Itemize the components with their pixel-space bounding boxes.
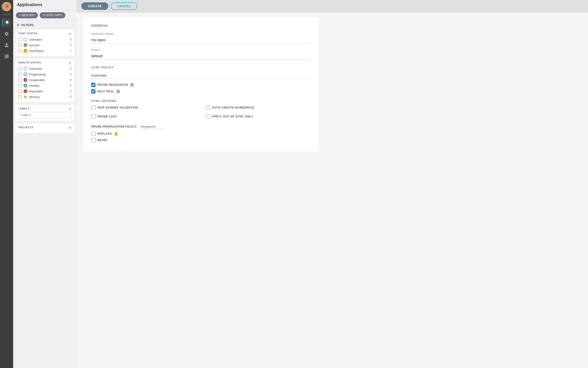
top-actions: + NEW APP ⟳ SYNC APPS bbox=[13, 10, 77, 21]
sync-synced-count: 5 bbox=[70, 44, 72, 47]
collapse-icon: ▲ bbox=[69, 32, 72, 35]
prune-last-label[interactable]: PRUNE LAST bbox=[97, 115, 117, 118]
apply-out-of-sync-row: APPLY OUT OF SYNC ONLY bbox=[206, 114, 311, 119]
sync-outofsync-checkbox[interactable] bbox=[18, 49, 22, 52]
health-missing-row: 👻 Missing 0 bbox=[18, 94, 72, 100]
sync-status-section: SYNC STATUS ▲ ○ Unknown 0 ✓ Synced 5 ↑ O… bbox=[16, 30, 74, 56]
projects-collapse-icon: ▲ bbox=[69, 126, 72, 129]
self-heal-checkbox[interactable] bbox=[91, 89, 95, 93]
retry-checkbox[interactable] bbox=[91, 138, 95, 142]
health-unknown-icon: ? bbox=[24, 67, 27, 71]
health-degraded-checkbox[interactable] bbox=[18, 90, 22, 93]
health-degraded-count: 0 bbox=[70, 90, 72, 93]
health-missing-icon: 👻 bbox=[24, 95, 27, 99]
health-suspended-label: Suspended bbox=[29, 78, 45, 82]
layers-icon bbox=[5, 20, 9, 25]
health-healthy-count: 6 bbox=[70, 84, 72, 87]
replace-label[interactable]: REPLACE bbox=[97, 132, 112, 135]
prune-propagation-label: PRUNE PROPAGATION POLICY: bbox=[91, 125, 137, 128]
skip-schema-checkbox[interactable] bbox=[91, 106, 95, 110]
general-section-title: GENERAL bbox=[91, 24, 311, 28]
health-suspended-count: 0 bbox=[70, 78, 72, 82]
health-healthy-icon: ♥ bbox=[24, 84, 27, 87]
sync-synced-checkbox[interactable] bbox=[18, 44, 22, 47]
sync-unknown-row: ○ Unknown 0 bbox=[18, 37, 72, 42]
sync-apps-button[interactable]: ⟳ SYNC APPS bbox=[40, 12, 65, 18]
prune-last-row: PRUNE LAST bbox=[91, 114, 196, 119]
sync-synced-row: ✓ Synced 5 bbox=[18, 42, 72, 48]
sync-outofsync-count: 1 bbox=[70, 49, 72, 52]
project-field: Project default bbox=[91, 48, 311, 60]
sync-outofsync-icon: ↑ bbox=[24, 49, 27, 53]
page-title: Applications bbox=[13, 0, 77, 10]
app-name-value[interactable]: my-apps bbox=[91, 37, 311, 44]
prune-resources-checkbox[interactable] bbox=[91, 83, 95, 87]
skip-schema-label[interactable]: SKIP SCHEMA VALIDATION bbox=[97, 106, 138, 109]
form-card: GENERAL Application Name my-apps Project… bbox=[84, 17, 319, 151]
skip-schema-row: SKIP SCHEMA VALIDATION bbox=[91, 106, 196, 110]
self-heal-label[interactable]: SELF HEAL bbox=[97, 90, 114, 93]
health-status-section: HEALTH STATUS ▲ ? Unknown 0 ◎ Progressin… bbox=[16, 59, 74, 102]
health-progressing-icon: ◎ bbox=[24, 72, 27, 76]
projects-section: PROJECTS ▲ bbox=[16, 124, 74, 133]
projects-title[interactable]: PROJECTS ▲ bbox=[18, 126, 72, 129]
health-missing-label: Missing bbox=[29, 95, 39, 99]
labels-collapse-icon: ▲ bbox=[69, 107, 72, 110]
health-healthy-checkbox[interactable] bbox=[18, 84, 22, 87]
nav-icon-layers[interactable] bbox=[2, 18, 11, 27]
app-name-field: Application Name my-apps bbox=[91, 32, 311, 44]
user-icon bbox=[4, 43, 9, 47]
apply-out-of-sync-label[interactable]: APPLY OUT OF SYNC ONLY bbox=[212, 115, 253, 118]
labels-input[interactable] bbox=[18, 112, 72, 119]
sync-unknown-count: 0 bbox=[70, 38, 72, 41]
health-degraded-row: 💔 Degraded 0 bbox=[18, 88, 72, 94]
health-degraded-icon: 💔 bbox=[24, 89, 27, 93]
health-missing-checkbox[interactable] bbox=[18, 95, 22, 99]
project-value[interactable]: default bbox=[91, 53, 311, 60]
project-label: Project bbox=[91, 48, 311, 52]
docs-icon bbox=[4, 54, 9, 59]
prune-propagation-value[interactable]: foreground bbox=[140, 124, 163, 129]
sync-unknown-label: Unknown bbox=[29, 38, 42, 41]
sync-options-title: SYNC OPTIONS bbox=[91, 99, 311, 103]
auto-create-checkbox[interactable] bbox=[206, 106, 210, 110]
health-progressing-row: ◎ Progressing 0 bbox=[18, 72, 72, 77]
health-status-title[interactable]: HEALTH STATUS ▲ bbox=[18, 61, 72, 64]
replace-checkbox[interactable] bbox=[91, 132, 95, 136]
self-heal-help-icon[interactable]: ? bbox=[116, 90, 120, 93]
prune-resources-label[interactable]: PRUNE RESOURCES bbox=[97, 83, 128, 86]
cancel-button[interactable]: CANCEL bbox=[111, 2, 137, 10]
health-suspended-checkbox[interactable] bbox=[18, 78, 22, 82]
top-toolbar: CREATE CANCEL bbox=[77, 0, 588, 12]
prune-last-checkbox[interactable] bbox=[91, 114, 95, 119]
apply-out-of-sync-checkbox[interactable] bbox=[206, 114, 210, 119]
auto-create-label[interactable]: AUTO-CREATE NAMESPACE bbox=[212, 106, 254, 109]
gear-icon bbox=[4, 31, 9, 36]
health-progressing-label: Progressing bbox=[29, 73, 45, 76]
warning-icon: ⚠️ bbox=[114, 131, 119, 136]
sync-outofsync-row: ↑ OutOfSync 1 bbox=[18, 48, 72, 54]
sync-outofsync-label: OutOfSync bbox=[29, 49, 44, 53]
new-app-button[interactable]: + NEW APP bbox=[16, 12, 38, 18]
health-unknown-row: ? Unknown 0 bbox=[18, 66, 72, 72]
filters-label: ⚲ FILTERS bbox=[13, 21, 77, 28]
health-healthy-label: Healthy bbox=[29, 84, 39, 87]
sync-unknown-checkbox[interactable] bbox=[18, 38, 22, 41]
health-unknown-checkbox[interactable] bbox=[18, 67, 22, 70]
prune-resources-help-icon[interactable]: ? bbox=[130, 83, 134, 87]
avatar: 🐙 bbox=[2, 2, 11, 11]
labels-section: LABELS ▲ bbox=[16, 105, 74, 121]
nav-icon-user[interactable] bbox=[2, 41, 11, 49]
labels-title[interactable]: LABELS ▲ bbox=[18, 107, 72, 110]
retry-label[interactable]: RETRY bbox=[97, 139, 108, 142]
sync-options-grid: SKIP SCHEMA VALIDATION AUTO-CREATE NAMES… bbox=[91, 106, 311, 121]
sync-unknown-icon: ○ bbox=[24, 37, 27, 41]
create-button[interactable]: CREATE bbox=[81, 2, 108, 10]
health-unknown-count: 0 bbox=[70, 67, 72, 70]
nav-icon-docs[interactable] bbox=[2, 52, 11, 61]
sync-policy-value[interactable]: Automatic bbox=[91, 72, 311, 79]
health-progressing-checkbox[interactable] bbox=[18, 73, 22, 76]
nav-icon-settings[interactable] bbox=[2, 30, 11, 38]
sync-status-title[interactable]: SYNC STATUS ▲ bbox=[18, 32, 72, 35]
health-collapse-icon: ▲ bbox=[69, 61, 72, 64]
